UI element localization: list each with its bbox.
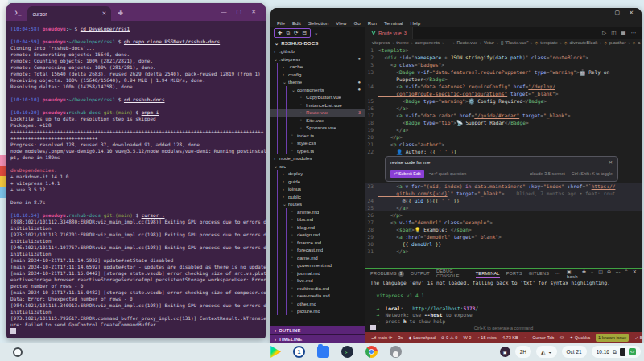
- status-git-branch[interactable]: ⎇ main ⟳: [371, 335, 392, 340]
- vscode-minimize-icon[interactable]: —: [601, 10, 606, 16]
- run-icon[interactable]: ▷: [602, 30, 606, 36]
- submit-edit-button[interactable]: ⏎ Submit Edit: [390, 170, 424, 178]
- explorer-item-types-ts[interactable]: ▫types.ts: [270, 147, 365, 155]
- breadcrumb-item[interactable]: a: [638, 40, 640, 45]
- terminal-app-shelf-icon[interactable]: >_: [341, 346, 353, 358]
- status-plug-icon[interactable]: ⌁: [524, 335, 526, 340]
- explorer-item-style-css[interactable]: ▫style.css: [270, 139, 365, 147]
- explorer-item-routes[interactable]: ⌄routes: [270, 200, 365, 208]
- explorer-item-guide[interactable]: ›guide: [270, 178, 365, 186]
- breadcrumb-item[interactable]: components: [415, 40, 440, 45]
- vscode-close-icon[interactable]: ✕: [629, 10, 634, 16]
- breadcrumb-item[interactable]: {} "Route.vue": [501, 40, 529, 45]
- split-terminal-icon[interactable]: ◫: [598, 269, 603, 279]
- panel-tab-gitlens[interactable]: GITLENS: [529, 269, 549, 278]
- screen-capture-indicator[interactable]: ▣: [500, 347, 510, 357]
- explorer-item-anime-md[interactable]: ▫anime.md: [270, 208, 365, 216]
- explorer-item-new-media-md[interactable]: ▫new-media.md: [270, 292, 365, 300]
- section-outline[interactable]: ›OUTLINE: [270, 326, 365, 334]
- play-store-icon[interactable]: [269, 346, 281, 358]
- breadcrumb-item[interactable]: Vetur: [484, 40, 494, 45]
- new-folder-icon[interactable]: ⧉: [286, 30, 290, 36]
- vscode-titlebar[interactable]: — ▢ ✕: [270, 8, 642, 18]
- breadcrumb-item[interactable]: theme: [396, 40, 409, 45]
- kill-terminal-icon[interactable]: ⊖: [607, 269, 611, 279]
- explorer-item-bbs-md[interactable]: ▫bbs.md: [270, 215, 365, 224]
- collapse-icon[interactable]: ⊟: [303, 30, 307, 36]
- explorer-item-node-modules[interactable]: ›node_modules: [270, 154, 365, 162]
- chevron-down-icon[interactable]: ⌄: [314, 30, 318, 36]
- panel-tab-output[interactable]: OUTPUT: [411, 269, 430, 278]
- explorer-item-multimedia-md[interactable]: ▫multimedia.md: [270, 285, 365, 293]
- explorer-item--github[interactable]: ›.github: [270, 47, 365, 55]
- status-wallaby[interactable]: W 0: [463, 335, 471, 340]
- explorer-root[interactable]: ⌄ RSSHUB-DOCS: [270, 39, 365, 47]
- menu-go[interactable]: Go: [353, 20, 360, 26]
- model-label[interactable]: claude-3.5-sonnet: [530, 170, 565, 178]
- explorer-item-finance-md[interactable]: ▫finance.md: [270, 239, 365, 247]
- menu-selection[interactable]: Selection: [308, 20, 328, 26]
- inline-ai-widget[interactable]: revise code for me✕⏎ Submit Edit⌥⏎ quick…: [385, 156, 618, 182]
- status-tray[interactable]: 10:16 ⧉ <>: [592, 346, 641, 358]
- terminal-maximize-icon[interactable]: ▢: [237, 9, 242, 15]
- section-timeline[interactable]: ›TIMELINE: [270, 334, 365, 343]
- date-pill[interactable]: Oct 21: [562, 346, 587, 358]
- launcher-icon[interactable]: [13, 347, 23, 357]
- menu-edit[interactable]: Edit: [292, 20, 301, 26]
- customize-layout-icon[interactable]: ▦: [621, 30, 625, 36]
- breadcrumb-item[interactable]: Route.vue: [457, 40, 478, 45]
- tab-route-vue[interactable]: Route.vue 3: [365, 27, 413, 39]
- menu-file[interactable]: File: [277, 20, 285, 26]
- status-cursor-tab[interactable]: Cursor Tab: [532, 335, 554, 340]
- explorer-item-blog-md[interactable]: ▫blog.md: [270, 224, 365, 232]
- explorer-item-route-vue[interactable]: ▫Route.vue3: [270, 109, 365, 117]
- breadcrumb[interactable]: vitepress›theme›components›⋯›Route.vue›V…: [365, 39, 642, 47]
- breadcrumb-item[interactable]: template: [540, 40, 557, 45]
- refresh-icon[interactable]: ⟳: [294, 30, 298, 36]
- explorer-item-components[interactable]: ⌄components●: [270, 86, 365, 94]
- menu-help[interactable]: Help: [410, 20, 420, 26]
- status-known-issue[interactable]: 1 known issue: [596, 334, 629, 342]
- close-panel-icon[interactable]: ✕: [633, 269, 637, 279]
- panel-tab-ports[interactable]: PORTS: [506, 269, 522, 278]
- status-quokka[interactable]: ✦ Quokka: [569, 335, 590, 340]
- explorer-item-journal-md[interactable]: ▫journal.md: [270, 269, 365, 277]
- 1password-icon[interactable]: 1: [293, 346, 305, 358]
- menu-terminal[interactable]: Terminal: [384, 20, 402, 26]
- terminal-close-icon[interactable]: ✕: [251, 9, 256, 15]
- breadcrumb-item[interactable]: div.routeBlock: [570, 40, 598, 45]
- split-editor-icon[interactable]: ◫: [611, 30, 616, 36]
- explorer-item-src[interactable]: ⌄src: [270, 162, 365, 170]
- vscode-maximize-icon[interactable]: ▢: [615, 10, 621, 16]
- explorer-item-site-vue[interactable]: ▫Site.vue: [270, 117, 365, 125]
- panel-tab--[interactable]: ⋯: [555, 269, 560, 278]
- maximize-panel-icon[interactable]: ⌃: [625, 269, 629, 279]
- status-gitlens-launchpad[interactable]: ◆ Launchpad: [408, 335, 436, 340]
- explorer-item-joinus[interactable]: ›joinus: [270, 185, 365, 193]
- explorer-item-sponsors-vue[interactable]: ▫Sponsors.vue: [270, 124, 365, 132]
- explorer-item-picture-md[interactable]: ▫picture.md: [270, 307, 365, 315]
- terminal-tab[interactable]: cursor ✕: [27, 6, 111, 21]
- more-actions-icon[interactable]: ⋯: [631, 30, 637, 36]
- battery-time-pill[interactable]: 2H: [515, 346, 531, 358]
- close-icon[interactable]: ✕: [609, 159, 613, 166]
- explorer-item-theme[interactable]: ⌄theme●: [270, 78, 365, 86]
- panel-terminal-output[interactable]: The language 'env' is not loaded, fallin…: [365, 278, 642, 332]
- explorer-item-government-md[interactable]: ▫government.md: [270, 261, 365, 269]
- explorer-item-deploy[interactable]: ›deploy: [270, 170, 365, 178]
- new-terminal-icon[interactable]: ✚: [582, 269, 586, 279]
- explorer-item-live-md[interactable]: ▫live.md: [270, 277, 365, 285]
- explorer-item-config[interactable]: ›config: [270, 71, 365, 79]
- menu-view[interactable]: View: [336, 20, 346, 26]
- explorer-item-public[interactable]: ›public: [270, 193, 365, 201]
- new-file-icon[interactable]: ✚: [278, 30, 282, 36]
- breadcrumb-item[interactable]: ⋯: [446, 40, 451, 45]
- code-editor[interactable]: 1<template>2 <div :id="namespace + JSON.…: [365, 47, 642, 268]
- explorer-item-design-md[interactable]: ▫design.md: [270, 231, 365, 239]
- chrome-icon[interactable]: [365, 346, 378, 358]
- terminal-new-tab-icon[interactable]: ✚: [118, 10, 123, 17]
- explorer-item--vitepress[interactable]: ⌄.vitepress●: [270, 55, 365, 64]
- explorer-item-instancelist-vue[interactable]: ▫InstanceList.vue: [270, 101, 365, 109]
- terminal-dropdown-icon[interactable]: ⌄: [590, 269, 594, 279]
- breadcrumb-item[interactable]: vitepress: [372, 40, 390, 45]
